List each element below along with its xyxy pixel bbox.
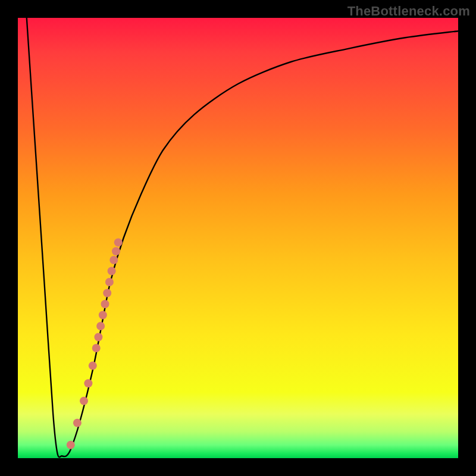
- marker-dot: [89, 362, 97, 370]
- marker-dot: [99, 311, 107, 320]
- marker-dot: [112, 247, 120, 255]
- marker-dot: [94, 333, 102, 342]
- marker-dot: [114, 238, 123, 246]
- marker-dot: [67, 441, 75, 449]
- marker-dot: [103, 289, 111, 298]
- chart-frame: TheBottleneck.com: [0, 0, 476, 476]
- chart-svg: [18, 18, 458, 458]
- marker-dot: [84, 379, 92, 387]
- marker-dot: [96, 322, 105, 330]
- marker-dot: [92, 344, 101, 352]
- marker-dot: [109, 256, 118, 264]
- marker-dot: [101, 300, 109, 308]
- marker-dot: [80, 397, 88, 405]
- marker-dot: [105, 278, 114, 286]
- marker-dot: [73, 419, 82, 427]
- watermark-text: TheBottleneck.com: [347, 4, 470, 19]
- marker-group: [67, 238, 123, 449]
- plot-area: [18, 18, 458, 458]
- bottleneck-curve: [27, 18, 458, 457]
- marker-dot: [108, 267, 116, 275]
